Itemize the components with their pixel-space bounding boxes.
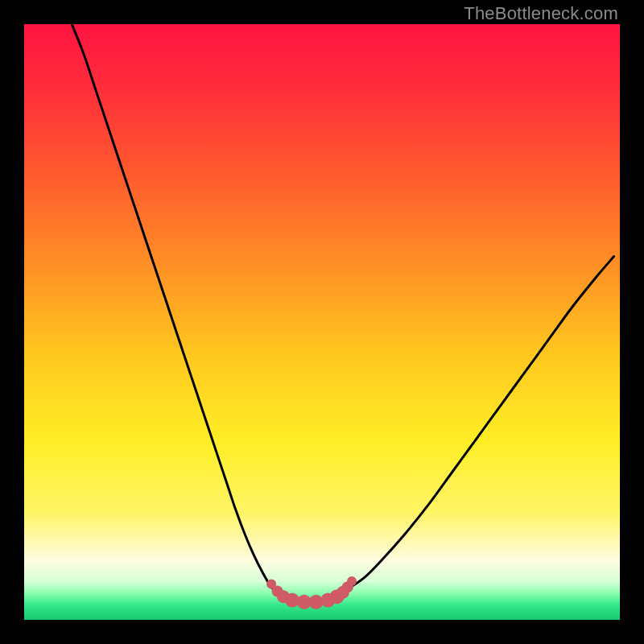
trough-marker xyxy=(347,576,357,586)
watermark-text: TheBottleneck.com xyxy=(464,3,618,24)
chart-frame: TheBottleneck.com xyxy=(0,0,644,644)
curve-layer xyxy=(24,24,620,620)
plot-area xyxy=(24,24,620,620)
bottleneck-curve xyxy=(72,24,613,602)
trough-markers xyxy=(266,576,357,609)
